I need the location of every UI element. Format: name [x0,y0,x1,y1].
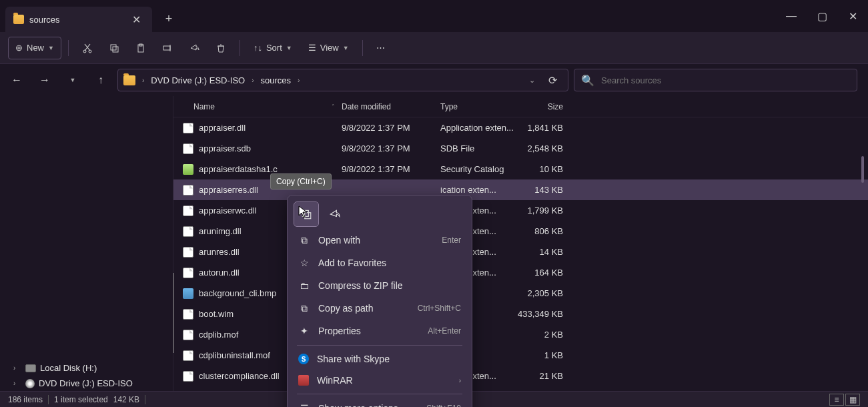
file-size: 1,841 KB [516,123,570,133]
file-row[interactable]: cdplibuninstall.mofF File1 KB [173,345,868,366]
recent-button[interactable]: ▼ [61,69,84,91]
paste-button[interactable] [129,37,153,59]
file-name: arunimg.dll [199,226,242,236]
column-date-header[interactable]: Date modified [342,102,440,111]
file-icon [183,185,193,195]
more-button[interactable]: ⋯ [370,37,392,59]
copy-button[interactable] [102,37,126,59]
breadcrumb-drive[interactable]: DVD Drive (J:) ESD-ISO [148,74,248,87]
view-button[interactable]: ☰ View ▼ [302,37,356,59]
context-item-open-with[interactable]: ⧉Open withEnter [292,229,468,252]
shortcut-label: Alt+Enter [428,326,461,336]
context-item-label: Show more options [318,403,398,407]
share-button[interactable] [182,37,206,59]
file-row[interactable]: appraiserwc.dllication exten...1,799 KB [173,200,868,221]
sort-icon: ↑↓ [254,43,262,53]
open-icon: ⧉ [298,234,310,246]
file-size: 143 KB [516,185,570,195]
window-tab[interactable]: sources ✕ [5,7,152,32]
file-icon [183,226,193,237]
file-icon [183,164,193,175]
context-icon-row [292,199,468,229]
file-name: arunres.dll [199,247,240,257]
file-row[interactable]: arunres.dllication exten...14 KB [173,242,868,262]
file-row[interactable]: background_cli.bmpFile2,305 KB [173,283,868,304]
refresh-button[interactable]: ⟳ [543,74,562,87]
search-input[interactable] [601,75,850,85]
file-size: 2,305 KB [516,288,570,298]
trash-icon [215,43,226,53]
file-row[interactable]: arunimg.dllication exten...806 KB [173,221,868,242]
file-row[interactable]: cdplib.mofF File2 KB [173,324,868,345]
search-box[interactable]: 🔍 [574,69,857,91]
new-tab-button[interactable]: + [157,7,180,30]
separator [297,394,462,394]
scrollbar[interactable] [861,156,864,183]
maximize-button[interactable]: ▢ [807,5,837,27]
file-icon [183,268,193,278]
separator [240,40,240,56]
sort-asc-icon: ˄ [332,103,335,110]
context-item-show-more-options[interactable]: ☰Show more optionsShift+F10 [292,397,468,407]
chevron-right-icon: › [141,77,145,84]
breadcrumb-folder[interactable]: sources [258,74,294,87]
file-name: autorun.dll [199,268,240,278]
chevron-right-icon: › [459,377,461,384]
shortcut-label: Shift+F10 [426,404,461,407]
address-bar[interactable]: › DVD Drive (J:) ESD-ISO › sources › ⌄ ⟳ [117,69,568,91]
file-type: ication exten... [440,185,516,195]
column-headers: Name˄ Date modified Type Size [173,96,868,117]
context-item-winrar[interactable]: WinRAR› [292,370,468,391]
view-icon: ☰ [308,43,316,53]
scroll-indicator [173,273,174,353]
minimize-button[interactable]: — [776,5,807,27]
forward-button[interactable]: → [33,69,56,91]
close-button[interactable]: ✕ [837,5,868,27]
file-size: 1 KB [516,350,570,360]
file-name: appraiser.dll [199,123,246,133]
file-row[interactable]: boot.wimFile433,349 KB [173,304,868,324]
chevron-down-icon: ▼ [343,45,349,51]
chevron-down-icon: ▼ [286,45,292,51]
shortcut-label: Enter [442,236,461,245]
up-button[interactable]: ↑ [89,69,112,91]
share-icon [328,208,340,220]
sort-button[interactable]: ↑↓ Sort ▼ [247,37,299,59]
copypath-icon: ⧉ [298,302,310,314]
rename-button[interactable] [155,37,179,59]
delete-button[interactable] [209,37,233,59]
new-button[interactable]: ⊕ New ▼ [8,37,61,59]
context-item-properties[interactable]: ✦PropertiesAlt+Enter [292,320,468,342]
file-icon [183,206,193,216]
file-row[interactable]: clustercompliance.dllication exten...21 … [173,366,868,386]
props-icon: ✦ [298,325,310,337]
tab-close-button[interactable]: ✕ [128,13,144,26]
cut-button[interactable] [75,37,99,59]
navbar: ← → ▼ ↑ › DVD Drive (J:) ESD-ISO › sourc… [0,64,868,96]
thumbnails-view-button[interactable]: ▦ [845,394,860,406]
file-date: 9/8/2022 1:37 PM [342,123,440,133]
column-name-header[interactable]: Name˄ [173,102,342,111]
file-icon [183,350,193,361]
back-button[interactable]: ← [5,69,28,91]
context-copy-button[interactable] [294,202,318,226]
context-item-label: Share with Skype [317,354,390,364]
address-dropdown[interactable]: ⌄ [524,76,540,85]
titlebar: sources ✕ + — ▢ ✕ [0,0,868,32]
details-view-button[interactable]: ≡ [829,394,844,406]
sidebar: › Local Disk (H:) › DVD Drive (J:) ESD-I… [0,96,173,391]
context-item-label: Copy as path [318,303,374,314]
context-share-button[interactable] [322,202,346,226]
file-row[interactable]: autorun.dllication exten...164 KB [173,262,868,283]
context-item-copy-as-path[interactable]: ⧉Copy as pathCtrl+Shift+C [292,297,468,320]
context-item-share-with-skype[interactable]: SShare with Skype [292,348,468,370]
file-row[interactable]: appraiser.dll9/8/2022 1:37 PMApplication… [173,117,868,138]
file-row[interactable]: appraiser.sdb9/8/2022 1:37 PMSDB File2,5… [173,138,868,159]
context-item-add-to-favorites[interactable]: ☆Add to Favorites [292,252,468,274]
context-menu: ⧉Open withEnter☆Add to Favorites🗀Compres… [287,195,472,407]
column-size-header[interactable]: Size [516,102,570,111]
chevron-right-icon[interactable]: › [13,380,21,387]
context-item-compress-to-zip-file[interactable]: 🗀Compress to ZIP file [292,274,468,297]
chevron-right-icon[interactable]: › [13,364,21,372]
column-type-header[interactable]: Type [440,102,516,111]
